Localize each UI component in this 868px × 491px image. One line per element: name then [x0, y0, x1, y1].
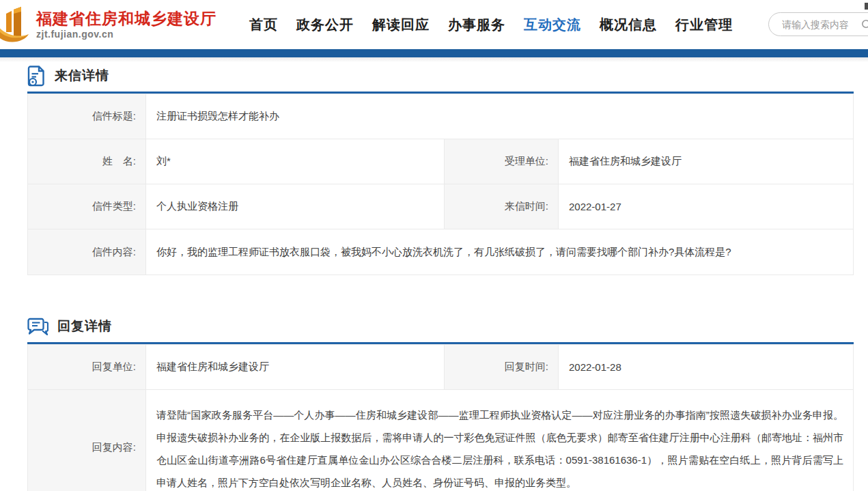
- building-logo-icon: [0, 6, 32, 44]
- letter-content-value: 你好，我的监理工程师证书放衣服口袋，被我妈不小心放洗衣机洗了，有几张纸破损了，请…: [146, 229, 854, 275]
- table-row: 回复内容: 请登陆“国家政务服务平台——个人办事——住房和城乡建设部——监理工程…: [28, 390, 854, 491]
- letter-type-value: 个人执业资格注册: [146, 184, 445, 229]
- letter-document-icon: [27, 66, 46, 87]
- search-icon[interactable]: [861, 19, 868, 30]
- letter-type-label: 信件类型:: [28, 184, 146, 229]
- site-domain: zjt.fujian.gov.cn: [36, 29, 216, 40]
- site-logo[interactable]: 福建省住房和城乡建设厅 zjt.fujian.gov.cn: [0, 5, 216, 44]
- table-row: 姓 名: 刘* 受理单位: 福建省住房和城乡建设厅: [28, 139, 854, 184]
- corner-artifact: [865, 3, 868, 10]
- nav-item-industry[interactable]: 行业管理: [675, 16, 733, 34]
- reply-date-value: 2022-01-28: [559, 345, 854, 390]
- main-nav: 首页 政务公开 解读回应 办事服务 互动交流 概况信息 行业管理: [249, 16, 733, 34]
- nav-item-home[interactable]: 首页: [249, 16, 278, 34]
- letter-date-value: 2022-01-27: [559, 184, 854, 229]
- letter-section-title: 来信详情: [55, 67, 109, 85]
- nav-item-services[interactable]: 办事服务: [448, 16, 505, 34]
- letter-date-label: 来信时间:: [445, 184, 559, 229]
- table-row: 信件内容: 你好，我的监理工程师证书放衣服口袋，被我妈不小心放洗衣机洗了，有几张…: [28, 229, 854, 275]
- reply-content-label: 回复内容:: [28, 390, 146, 491]
- letter-subject-label: 信件标题:: [28, 94, 146, 139]
- letter-detail-table: 信件标题: 注册证书损毁怎样才能补办 姓 名: 刘* 受理单位: 福建省住房和城…: [27, 94, 854, 275]
- site-name: 福建省住房和城乡建设厅: [36, 10, 216, 27]
- main-content: 来信详情 信件标题: 注册证书损毁怎样才能补办 姓 名: 刘* 受理单位: 福建…: [0, 66, 868, 491]
- reply-section-title: 回复详情: [57, 318, 112, 335]
- reply-date-label: 回复时间:: [445, 345, 559, 390]
- letter-section-header: 来信详情: [27, 66, 854, 86]
- nav-item-overview[interactable]: 概况信息: [600, 16, 657, 34]
- band-shadow: [0, 57, 868, 62]
- reply-detail-table: 回复单位: 福建省住房和城乡建设厅 回复时间: 2022-01-28 回复内容:…: [27, 344, 854, 491]
- search-input[interactable]: [782, 19, 857, 30]
- table-row: 信件标题: 注册证书损毁怎样才能补办: [28, 94, 854, 139]
- nav-item-interaction[interactable]: 互动交流: [524, 16, 581, 34]
- letter-name-value: 刘*: [146, 139, 445, 184]
- site-header: 福建省住房和城乡建设厅 zjt.fujian.gov.cn 首页 政务公开 解读…: [0, 0, 868, 49]
- letter-name-label: 姓 名:: [28, 139, 146, 184]
- letter-content-label: 信件内容:: [28, 229, 146, 275]
- logo-text: 福建省住房和城乡建设厅 zjt.fujian.gov.cn: [36, 10, 216, 40]
- page: 注册证书损毁怎样才能补办 福建省住房和城乡建设厅 zjt.fujian.gov.…: [0, 0, 868, 491]
- reply-content-value: 请登陆“国家政务服务平台——个人办事——住房和城乡建设部——监理工程师执业资格认…: [146, 390, 854, 491]
- header-divider-band: [0, 49, 868, 57]
- nav-item-gov-affairs[interactable]: 政务公开: [296, 16, 354, 34]
- table-row: 回复单位: 福建省住房和城乡建设厅 回复时间: 2022-01-28: [28, 345, 854, 390]
- nav-item-interpretation[interactable]: 解读回应: [372, 16, 430, 34]
- search-box[interactable]: [768, 12, 868, 36]
- reply-chat-icon: [27, 317, 48, 337]
- table-row: 信件类型: 个人执业资格注册 来信时间: 2022-01-27: [28, 184, 854, 229]
- reply-section-header: 回复详情: [27, 316, 854, 337]
- reply-unit-value: 福建省住房和城乡建设厅: [146, 345, 445, 390]
- letter-accept-unit-label: 受理单位:: [445, 139, 559, 184]
- letter-subject-value: 注册证书损毁怎样才能补办: [146, 94, 854, 139]
- letter-accept-unit-value: 福建省住房和城乡建设厅: [559, 139, 854, 184]
- reply-unit-label: 回复单位:: [28, 345, 146, 390]
